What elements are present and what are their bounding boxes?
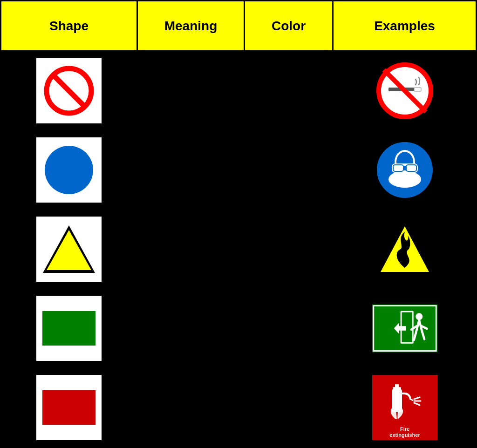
cell-color-prohibition (245, 52, 334, 129)
header-color: Color (245, 1, 334, 50)
table-row: Fire extinguisher (1, 369, 476, 447)
table-row (1, 210, 476, 289)
svg-rect-12 (393, 165, 403, 171)
fire-extinguisher-example: Fire extinguisher (372, 375, 437, 440)
cell-meaning-mandatory (138, 131, 245, 209)
cell-shape-fire (1, 369, 138, 447)
table-row (1, 52, 476, 131)
flammable-example (372, 217, 437, 282)
prohibition-shape-bg (36, 58, 102, 123)
cell-color-mandatory (245, 131, 334, 209)
header-examples: Examples (334, 1, 476, 50)
cell-shape-prohibition (1, 52, 138, 129)
safety-signs-table: Shape Meaning Color Examples (0, 0, 477, 448)
cell-examples-prohibition (334, 52, 476, 129)
cell-meaning-safe (138, 290, 245, 367)
svg-rect-28 (395, 384, 399, 388)
warning-triangle-icon (41, 224, 97, 275)
cell-meaning-fire (138, 369, 245, 447)
cell-shape-warning (1, 210, 138, 288)
warning-shape-bg (36, 217, 102, 282)
svg-marker-16 (47, 230, 91, 270)
table-row (1, 131, 476, 210)
header-shape: Shape (1, 1, 138, 50)
emergency-exit-icon (372, 303, 437, 354)
fire-rectangle-icon (41, 389, 97, 426)
header-meaning: Meaning (138, 1, 245, 50)
safe-rectangle-icon (41, 310, 97, 347)
table-body: Fire extinguisher (1, 52, 476, 447)
svg-rect-4 (414, 88, 421, 91)
cell-examples-safe (334, 290, 476, 367)
svg-point-9 (388, 171, 421, 188)
cell-shape-safe (1, 290, 138, 367)
safe-shape-bg (36, 296, 102, 361)
flammable-icon (375, 219, 435, 279)
svg-text:Fire: Fire (400, 426, 409, 432)
header-row: Shape Meaning Color Examples (1, 1, 476, 52)
cell-shape-mandatory (1, 131, 138, 209)
no-smoking-example (372, 58, 437, 123)
eye-protection-example (372, 137, 437, 203)
no-smoking-icon (375, 61, 435, 121)
svg-rect-14 (403, 166, 406, 170)
svg-point-6 (45, 146, 93, 194)
cell-color-warning (245, 210, 334, 288)
fire-extinguisher-icon: Fire extinguisher (372, 375, 437, 440)
emergency-exit-example (372, 296, 437, 361)
cell-color-fire (245, 369, 334, 447)
cell-meaning-prohibition (138, 52, 245, 129)
svg-text:extinguisher: extinguisher (389, 432, 420, 438)
fire-shape-bg (36, 375, 102, 440)
table-row (1, 290, 476, 369)
prohibition-sign-icon (43, 65, 95, 116)
cell-meaning-warning (138, 210, 245, 288)
mandatory-shape-bg (36, 137, 102, 203)
cell-examples-fire: Fire extinguisher (334, 369, 476, 447)
svg-rect-13 (406, 165, 416, 171)
eye-protection-icon (375, 140, 435, 200)
cell-color-safe (245, 290, 334, 367)
cell-examples-mandatory (334, 131, 476, 209)
mandatory-circle-icon (43, 144, 95, 196)
cell-examples-warning (334, 210, 476, 288)
